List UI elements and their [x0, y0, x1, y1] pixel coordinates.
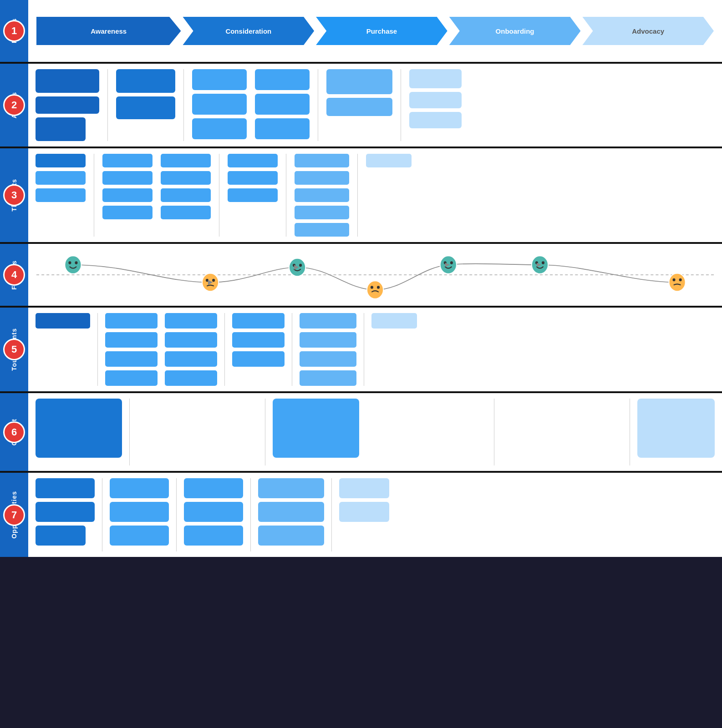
phase-purchase[interactable]: Purchase: [316, 17, 447, 45]
feelings-label-col: 4 Feelings: [0, 244, 28, 306]
touchpoint-block[interactable]: [300, 332, 356, 348]
thoughts-block[interactable]: [102, 188, 153, 202]
opp-block[interactable]: [110, 478, 169, 498]
thoughts-block[interactable]: [102, 154, 153, 167]
touchpoint-block[interactable]: [105, 351, 158, 367]
opportunities-content: [28, 473, 722, 557]
feelings-content: [28, 244, 722, 306]
actions-block[interactable]: [409, 92, 462, 108]
row-number-7: 7: [3, 504, 25, 526]
touchpoint-block[interactable]: [300, 370, 356, 386]
row-number-6: 6: [3, 421, 25, 443]
actions-block[interactable]: [192, 69, 247, 90]
thoughts-block[interactable]: [295, 154, 349, 167]
touchpoint-block[interactable]: [36, 313, 90, 329]
svg-point-10: [367, 281, 383, 299]
opp-block[interactable]: [258, 502, 324, 522]
actions-block[interactable]: [326, 98, 392, 116]
opp-block[interactable]: [184, 526, 243, 546]
touchpoint-block[interactable]: [300, 313, 356, 329]
tp-col-onboarding: [300, 313, 356, 386]
touchpoint-block[interactable]: [232, 332, 285, 348]
opp-block[interactable]: [339, 502, 389, 522]
actions-col-onboarding: [326, 69, 392, 116]
actions-block[interactable]: [116, 69, 175, 93]
opp-block[interactable]: [258, 526, 324, 546]
thoughts-block[interactable]: [161, 154, 211, 167]
thoughts-block[interactable]: [295, 223, 349, 237]
opp-block[interactable]: [339, 478, 389, 498]
thoughts-block[interactable]: [36, 171, 86, 185]
touchpoint-block[interactable]: [165, 351, 217, 367]
actions-block[interactable]: [36, 69, 99, 93]
thoughts-block[interactable]: [102, 171, 153, 185]
tp-col-purchase: [232, 313, 285, 367]
actions-block[interactable]: [255, 94, 310, 115]
touchpoint-block[interactable]: [165, 313, 217, 329]
actions-col-purchase-a: [192, 69, 247, 139]
thoughts-block[interactable]: [161, 206, 211, 219]
svg-point-18: [542, 261, 544, 264]
actions-block[interactable]: [409, 112, 462, 128]
phase-onboarding[interactable]: Onboarding: [449, 17, 581, 45]
svg-point-21: [679, 278, 682, 282]
touchpoint-block[interactable]: [371, 313, 417, 329]
actions-block[interactable]: [255, 118, 310, 139]
opp-block[interactable]: [258, 478, 324, 498]
actions-block[interactable]: [409, 69, 462, 88]
opp-block[interactable]: [184, 478, 243, 498]
phase-advocacy[interactable]: Advocacy: [582, 17, 714, 45]
actions-block[interactable]: [116, 96, 175, 119]
touchpoint-block[interactable]: [300, 351, 356, 367]
tp-col-awareness: [36, 313, 90, 329]
touchpoint-block[interactable]: [105, 313, 158, 329]
thoughts-block[interactable]: [161, 188, 211, 202]
thoughts-block[interactable]: [36, 154, 86, 167]
thoughts-row: 3 Thoughts: [0, 148, 722, 244]
phase-consideration[interactable]: Consideration: [183, 17, 314, 45]
actions-block[interactable]: [255, 69, 310, 90]
actions-col-advocacy: [409, 69, 462, 128]
phase-awareness[interactable]: Awareness: [36, 17, 181, 45]
actions-col-consideration: [116, 69, 175, 119]
tp-col-consideration-b: [165, 313, 217, 386]
svg-point-1: [65, 256, 81, 274]
touchpoint-block[interactable]: [105, 332, 158, 348]
context-block-awareness[interactable]: [36, 399, 122, 458]
actions-block[interactable]: [36, 117, 86, 141]
touchpoint-block[interactable]: [165, 332, 217, 348]
opp-block[interactable]: [36, 526, 86, 546]
thoughts-block[interactable]: [295, 188, 349, 202]
actions-block[interactable]: [36, 96, 99, 114]
thoughts-block[interactable]: [228, 154, 278, 167]
touchpoint-block[interactable]: [232, 313, 285, 329]
thoughts-block[interactable]: [102, 206, 153, 219]
thoughts-block[interactable]: [366, 154, 412, 167]
touchpoint-block[interactable]: [105, 370, 158, 386]
tp-col-consideration-a: [105, 313, 158, 386]
touchpoints-content: [28, 308, 722, 391]
thoughts-block[interactable]: [228, 188, 278, 202]
opp-block[interactable]: [184, 502, 243, 522]
thoughts-block[interactable]: [161, 171, 211, 185]
opp-block[interactable]: [110, 502, 169, 522]
thoughts-block[interactable]: [36, 188, 86, 202]
context-block-advocacy[interactable]: [637, 399, 715, 458]
thoughts-col-consideration-a: [102, 154, 153, 219]
actions-block[interactable]: [192, 94, 247, 115]
actions-block[interactable]: [326, 69, 392, 94]
opp-block[interactable]: [36, 478, 95, 498]
svg-point-9: [299, 264, 302, 267]
thoughts-block[interactable]: [295, 171, 349, 185]
context-block-purchase[interactable]: [273, 399, 359, 458]
thoughts-block[interactable]: [295, 206, 349, 219]
feelings-row: 4 Feelings: [0, 244, 722, 308]
touchpoint-block[interactable]: [165, 370, 217, 386]
opp-block[interactable]: [110, 526, 169, 546]
thoughts-block[interactable]: [228, 171, 278, 185]
opp-block[interactable]: [36, 502, 95, 522]
opportunities-row: 7 Opportunities: [0, 473, 722, 557]
touchpoint-block[interactable]: [232, 351, 285, 367]
actions-block[interactable]: [192, 118, 247, 139]
svg-point-3: [75, 261, 77, 264]
